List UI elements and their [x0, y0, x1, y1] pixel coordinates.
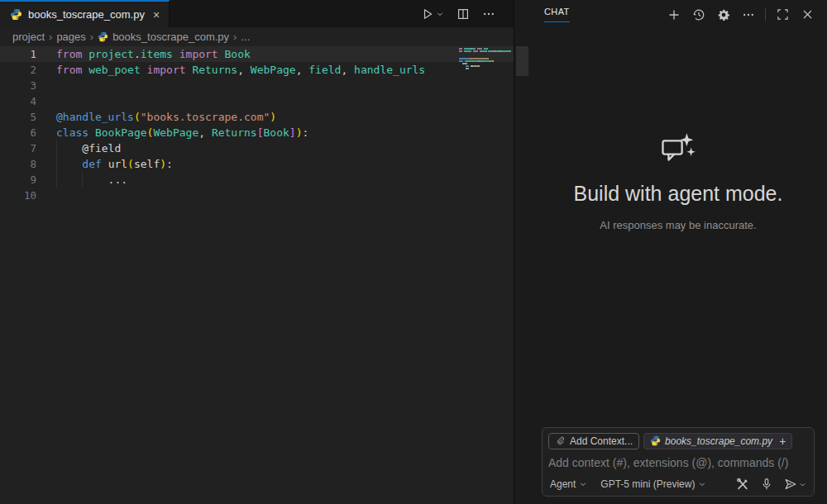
close-panel-button[interactable]: [799, 7, 815, 23]
chat-header: CHAT: [529, 0, 827, 29]
line-number: 5: [0, 109, 36, 125]
code-line-2[interactable]: 2from web_poet import Returns, WebPage, …: [0, 62, 514, 78]
ellipsis-icon: [742, 8, 755, 21]
split-editor-icon: [457, 7, 470, 21]
minimap-segment: [459, 48, 462, 50]
code-token: from: [56, 64, 82, 76]
code-token: WebPage: [153, 126, 198, 139]
chat-more-button[interactable]: [740, 7, 757, 23]
editor-region: books_toscrape_com.py × project›pages›bo…: [0, 0, 514, 504]
code-token: url: [108, 158, 127, 170]
breadcrumb-item-pages[interactable]: pages: [56, 31, 85, 43]
code-editor[interactable]: 1from project.items import Book2from web…: [0, 46, 514, 504]
code-line-10[interactable]: 10: [0, 188, 514, 203]
code-token: field: [308, 64, 341, 76]
code-line-9[interactable]: 9 ...: [0, 172, 514, 188]
add-context-label: Add Context...: [570, 435, 633, 447]
minimap-segment: [473, 60, 479, 62]
editor-scrollbar[interactable]: [514, 0, 529, 504]
maximize-panel-button[interactable]: [774, 7, 791, 23]
tab-close-icon[interactable]: ×: [151, 8, 162, 21]
code-token: ,: [296, 64, 309, 76]
code-line-4[interactable]: 4: [0, 93, 514, 109]
tab-books-toscrape-com-py[interactable]: books_toscrape_com.py ×: [0, 0, 170, 27]
chevron-down-icon: [579, 480, 587, 488]
paperclip-icon: [555, 435, 566, 446]
code-line-3[interactable]: 3: [0, 78, 514, 93]
more-actions-button[interactable]: [482, 7, 495, 21]
new-chat-button[interactable]: [666, 7, 682, 23]
minimap-segment: [459, 50, 462, 52]
minimap-segment: [493, 60, 495, 62]
code-line-5[interactable]: 5@handle_urls("books.toscrape.com"): [0, 109, 514, 125]
code-token: [82, 48, 88, 60]
current-file-chip[interactable]: books_toscrape_com.py +: [643, 433, 792, 449]
indent-guide: [56, 172, 57, 188]
code-token: @field: [56, 142, 121, 155]
divider: [765, 8, 766, 21]
code-token: import: [147, 64, 186, 76]
code-token: project: [88, 48, 134, 60]
tools-icon: [736, 478, 749, 491]
line-number: 6: [0, 125, 36, 140]
configure-tools-button[interactable]: [736, 478, 749, 491]
breadcrumb-label: project: [12, 31, 45, 43]
voice-input-button[interactable]: [760, 478, 773, 491]
breadcrumb-separator: ›: [90, 31, 93, 43]
add-context-button[interactable]: Add Context...: [548, 433, 639, 449]
minimap-segment: [465, 60, 471, 62]
code-token: class: [56, 126, 88, 139]
breadcrumb-item--[interactable]: ...: [241, 31, 250, 43]
minimap-segment: [466, 68, 468, 69]
breadcrumb-item-books-toscrape-com-py[interactable]: books_toscrape_com.py: [98, 31, 229, 43]
minimap[interactable]: [459, 48, 510, 73]
mode-label: Agent: [550, 478, 576, 490]
attach-plus-icon[interactable]: +: [779, 435, 786, 448]
breadcrumb-label: pages: [56, 31, 85, 43]
line-number: 10: [0, 188, 36, 203]
code-token: ): [160, 158, 166, 170]
split-editor-button[interactable]: [457, 7, 470, 21]
breadcrumb-item-project[interactable]: project: [12, 31, 45, 43]
code-token: [218, 48, 225, 60]
chat-header-actions: [666, 7, 815, 23]
minimap-segment: [488, 50, 494, 52]
breadcrumb-separator: ›: [233, 31, 237, 43]
send-button[interactable]: [784, 478, 806, 491]
line-number: 2: [0, 62, 36, 78]
code-token: ...: [56, 174, 127, 186]
tab-chat[interactable]: CHAT: [544, 7, 570, 22]
chat-settings-button[interactable]: [715, 7, 732, 23]
code-token: ,: [237, 64, 251, 76]
mode-picker[interactable]: Agent: [550, 478, 587, 490]
code-line-6[interactable]: 6class BookPage(WebPage, Returns[Book]):: [0, 125, 514, 140]
model-picker[interactable]: GPT-5 mini (Preview): [600, 478, 706, 490]
chat-input-icons: [736, 478, 806, 491]
code-line-8[interactable]: 8 def url(self):: [0, 156, 514, 172]
minimap-segment: [464, 50, 471, 52]
minimap-segment: [471, 48, 476, 50]
line-content: ...: [56, 172, 127, 188]
chat-controls-row: Agent GPT-5 mini (Preview): [550, 478, 806, 491]
code-token: @handle_urls: [56, 111, 134, 123]
minimap-segment: [462, 63, 467, 64]
code-token: [141, 64, 147, 76]
expand-icon: [777, 8, 789, 21]
python-file-icon: [650, 435, 661, 446]
code-line-7[interactable]: 7 @field: [0, 140, 514, 156]
minimap-segment: [471, 58, 488, 59]
scrollbar-thumb[interactable]: [516, 46, 528, 76]
python-file-icon: [10, 8, 22, 21]
line-number: 7: [0, 140, 36, 156]
run-python-file-button[interactable]: [421, 7, 444, 21]
code-token: import: [179, 48, 218, 60]
chat-input[interactable]: [548, 456, 808, 469]
minimap-segment: [478, 65, 480, 67]
minimap-segment: [488, 58, 490, 59]
breadcrumb-label: books_toscrape_com.py: [112, 31, 229, 43]
chat-panel: CHAT Build with agent mode. AI responses…: [529, 0, 827, 504]
line-number: 4: [0, 93, 36, 109]
code-token: items: [141, 48, 173, 60]
code-line-1[interactable]: 1from project.items import Book: [0, 46, 514, 62]
chat-history-button[interactable]: [691, 7, 707, 23]
